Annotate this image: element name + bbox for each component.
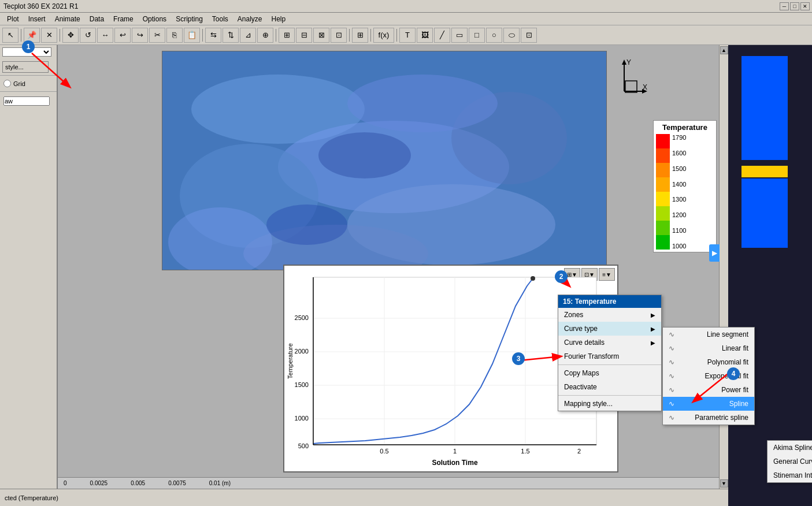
menu-animate[interactable]: Animate [50,14,85,24]
toolbar-sep-6 [370,29,371,42]
toolbar-rect2[interactable]: □ [469,28,485,43]
toolbar-line[interactable]: ╱ [434,28,450,43]
ctx-item-copy-maps[interactable]: Copy Maps [558,366,661,380]
toolbar-zoom-in[interactable]: ⊡ [331,28,347,43]
toolbar-flip-v[interactable]: ⇅ [223,28,239,43]
color-1600 [656,148,670,163]
toolbar-cut[interactable]: ✂ [149,28,165,43]
toolbar-grid[interactable]: ⊟ [296,28,312,43]
ctx-sub-stineman[interactable]: Stineman Interpolation [767,468,812,482]
legend-values: 1790 1600 1500 1400 1300 1200 1100 1000 [670,134,686,250]
ctx-menu-header: 15: Temperature [558,295,661,308]
svg-marker-1 [622,59,626,65]
toolbar-paste[interactable]: 📋 [184,28,200,43]
toolbar-export[interactable]: ⊡ [521,28,537,43]
ctx-item-fourier[interactable]: Fourier Transform [558,349,661,363]
style-button[interactable]: style... [2,61,49,73]
toolbar-close[interactable]: ✕ [41,28,57,43]
toolbar-flip-h[interactable]: ⇆ [205,28,221,43]
toolbar-zoom[interactable]: ↔ [97,28,113,43]
menu-options[interactable]: Options [138,14,171,24]
menu-frame[interactable]: Frame [109,14,138,24]
svg-text:2000: 2000 [295,348,309,355]
toolbar-rect[interactable]: ▭ [451,28,468,43]
close-button[interactable]: ✕ [800,2,810,10]
toolbar-text[interactable]: T [399,28,416,43]
ruler-mark-2: 0.005 [131,480,145,486]
main-canvas: Y X [58,45,728,489]
title-bar: Tecplot 360 EX 2021 R1 ─ □ ✕ [0,0,812,13]
curve-details-arrow: ▶ [651,340,655,346]
svg-point-16 [318,132,411,178]
ctx-sub-general-curve-fit[interactable]: General Curve Fit [767,455,812,468]
ctx-sub-power-fit[interactable]: ∿ Power fit [663,383,754,397]
legend-colors [656,134,670,250]
menu-tools[interactable]: Tools [207,14,233,24]
color-1100 [656,221,670,235]
maximize-button[interactable]: □ [790,2,799,10]
ctx-item-curve-details[interactable]: Curve details ▶ [558,336,661,349]
ansys-panel: ANSYS R19.2 [728,0,812,506]
svg-text:X: X [643,83,647,91]
scroll-down[interactable]: ▼ [720,479,728,488]
svg-text:1000: 1000 [295,415,309,422]
toolbar-ellipse[interactable]: ○ [486,28,502,43]
toolbar-undo[interactable]: ↩ [114,28,131,43]
menu-plot[interactable]: Plot [2,14,24,24]
curve-type-arrow: ▶ [651,326,655,332]
svg-text:1500: 1500 [295,381,309,388]
ruler-mark-4: 0.01 (m) [209,480,231,486]
toolbar-sep-7 [396,29,397,42]
toolbar-image[interactable]: 🖼 [417,28,433,43]
color-1400 [656,177,670,192]
color-1500 [656,163,670,177]
toolbar-fit[interactable]: ⊞ [352,28,368,43]
ctx-sub-spline[interactable]: ∿ Spline [663,397,754,411]
menu-data[interactable]: Data [85,14,109,24]
radio-grid[interactable] [3,80,11,87]
ctx-sub-line-segment[interactable]: ∿ Line segment [663,328,754,341]
scroll-up[interactable]: ▲ [720,46,728,54]
svg-point-37 [531,276,535,281]
title-bar-buttons: ─ □ ✕ [780,2,810,10]
ctx-submenu-curve-type: ∿ Line segment ∿ Linear fit ∿ Polynomial… [662,327,755,425]
nav-arrow-right[interactable]: ▶ [709,244,720,262]
toolbar-move[interactable]: ✥ [62,28,79,43]
toolbar-mirror[interactable]: ⊿ [240,28,256,43]
menu-analyze[interactable]: Analyze [233,14,267,24]
color-1200 [656,206,670,221]
svg-text:Temperature: Temperature [287,343,294,379]
toolbar-snap[interactable]: ⊞ [279,28,295,43]
ctx-item-mapping-style[interactable]: Mapping style... [558,397,661,411]
toolbar-formula[interactable]: f(x) [373,28,394,43]
slider-input[interactable] [3,96,50,106]
toolbar-select[interactable]: ↖ [2,28,18,43]
ctx-sub-linear-fit[interactable]: ∿ Linear fit [663,341,754,355]
toolbar-lock[interactable]: ⊠ [313,28,329,43]
step-indicator-1: 1 [22,40,35,53]
ctx-sub-parametric-spline[interactable]: ∿ Parametric spline [663,411,754,425]
toolbar-redo[interactable]: ↪ [132,28,148,43]
menu-insert[interactable]: Insert [24,14,50,24]
contour-bg [162,51,606,270]
ansys-bar-2 [741,178,788,248]
bottom-ruler: 0 0.0025 0.005 0.0075 0.01 (m) [58,477,728,489]
toolbar-pan[interactable]: ⊕ [257,28,273,43]
title-text: Tecplot 360 EX 2021 R1 [3,2,78,10]
ctx-sub-akima[interactable]: Akima Spline [767,441,812,455]
toolbar-copy[interactable]: ⎘ [166,28,183,43]
ctx-sub-exponential-fit[interactable]: ∿ Exponential fit [663,369,754,383]
step-indicator-4: 4 [727,367,740,380]
menu-scripting[interactable]: Scripting [171,14,207,24]
ansys-graphics [741,56,799,254]
minimize-button[interactable]: ─ [780,2,789,10]
menu-help[interactable]: Help [267,14,291,24]
toolbar-rounded[interactable]: ⬭ [503,28,520,43]
ctx-item-zones[interactable]: Zones ▶ [558,308,661,322]
radio-grid-row: Grid [0,78,57,89]
ctx-item-deactivate[interactable]: Deactivate [558,380,661,394]
ctx-sub-polynomial-fit[interactable]: ∿ Polynomial fit [663,355,754,369]
toolbar-rotate[interactable]: ↺ [80,28,96,43]
ruler-mark-3: 0.0075 [168,480,186,486]
ctx-item-curve-type[interactable]: Curve type ▶ [558,322,661,336]
